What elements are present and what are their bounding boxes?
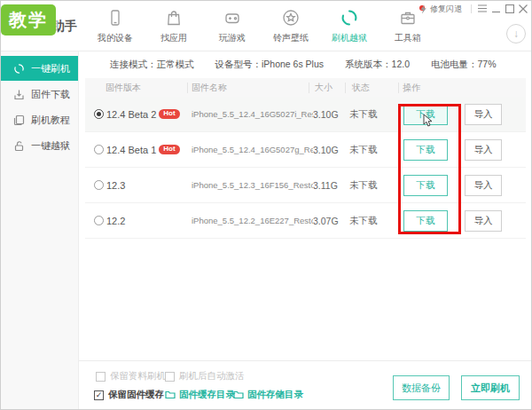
toolbar-item-games[interactable]: 玩游戏 bbox=[203, 7, 262, 44]
header-status: 状态 bbox=[345, 83, 398, 93]
sidebar: 一键刷机 固件下载 刷机教程 一键越狱 bbox=[1, 51, 79, 410]
radio-button[interactable] bbox=[94, 145, 104, 154]
sidebar-item-label: 一键刷机 bbox=[31, 62, 70, 75]
firmware-filename: iPhone_5.5_12.4_16G5027g_Restore.i... bbox=[192, 145, 313, 154]
radio-button[interactable] bbox=[94, 180, 104, 190]
download-button[interactable]: 下载 bbox=[403, 104, 448, 125]
firmware-row[interactable]: 12.4 Beta 1 Hot iPhone_5.5_12.4_16G5027g… bbox=[85, 132, 526, 168]
main-panel: 连接模式：正常模式 设备型号：iPhone 6s Plus 系统版本：12.0 … bbox=[79, 51, 532, 410]
import-button[interactable]: 导入 bbox=[465, 104, 502, 125]
storage-dir-link[interactable]: 固件存储目录 bbox=[233, 389, 303, 401]
status-label: 未下载 bbox=[349, 108, 403, 121]
connection-mode: 连接模式：正常模式 bbox=[110, 59, 194, 71]
fix-crash-label: 修复闪退 bbox=[430, 4, 462, 15]
download-manager-button[interactable]: ↓ bbox=[506, 24, 526, 43]
toolbar-item-label: 刷机越狱 bbox=[332, 32, 367, 44]
download-icon bbox=[12, 88, 25, 100]
lightning-icon bbox=[419, 4, 427, 14]
firmware-size: 3.11G bbox=[313, 180, 349, 191]
sidebar-item-one-key-flash[interactable]: 一键刷机 bbox=[1, 56, 78, 81]
toolbar-item-label: 工具箱 bbox=[395, 32, 421, 44]
flash-icon bbox=[12, 62, 25, 75]
checkbox-label: 保留固件缓存 bbox=[108, 389, 164, 401]
radio-button[interactable] bbox=[94, 109, 104, 119]
toolbar-item-label: 玩游戏 bbox=[219, 32, 246, 44]
firmware-row[interactable]: 12.4 Beta 2 Hot iPhone_5.5_12.4_16G5027i… bbox=[85, 97, 526, 132]
maximize-icon[interactable] bbox=[504, 3, 515, 14]
device-icon bbox=[105, 7, 126, 28]
dir-link-label: 固件存储目录 bbox=[247, 389, 303, 401]
import-button[interactable]: 导入 bbox=[465, 175, 502, 196]
firmware-table: 固件版本 固件名称 大小 状态 操作 12.4 Beta 2 Hot iPhon… bbox=[85, 78, 526, 239]
tutorial-icon bbox=[12, 114, 25, 126]
header-filename: 固件名称 bbox=[187, 83, 309, 93]
import-button[interactable]: 导入 bbox=[465, 210, 502, 232]
checkbox-unchecked-icon bbox=[165, 372, 175, 382]
firmware-row[interactable]: 12.2 iPhone_5.5_12.2_16E227_Restore.ipsw… bbox=[85, 203, 526, 239]
ringtone-icon bbox=[280, 7, 301, 28]
firmware-version: 12.2 bbox=[106, 216, 125, 226]
header-size: 大小 bbox=[309, 83, 345, 93]
download-button[interactable]: 下载 bbox=[403, 175, 448, 196]
firmware-version: 12.4 Beta 1 bbox=[106, 145, 156, 155]
down-arrow-icon: ↓ bbox=[513, 28, 519, 40]
toolbar-item-flash-jailbreak[interactable]: 刷机越狱 bbox=[320, 7, 379, 44]
firmware-size: 3.10G bbox=[313, 145, 349, 155]
appstore-icon bbox=[163, 7, 184, 28]
battery-level: 电池电量：77% bbox=[431, 59, 497, 71]
status-label: 未下载 bbox=[349, 179, 403, 192]
dir-link-label: 固件缓存目录 bbox=[179, 389, 235, 401]
toolbar-item-label: 找应用 bbox=[160, 32, 187, 44]
toolbar-item-label: 我的设备 bbox=[98, 32, 133, 44]
header-action: 操作 bbox=[398, 83, 526, 93]
toolbar-item-ringtones[interactable]: 铃声壁纸 bbox=[262, 7, 320, 44]
toolbox-icon bbox=[397, 7, 419, 28]
fix-crash-button[interactable]: 修复闪退 bbox=[419, 4, 462, 15]
checkbox-checked-icon: ✓ bbox=[94, 390, 104, 400]
cache-dir-link[interactable]: 固件缓存目录 bbox=[165, 389, 235, 401]
firmware-version: 12.4 Beta 2 bbox=[106, 109, 156, 120]
titlebar-divider bbox=[471, 4, 472, 13]
checkbox-unchecked-icon bbox=[96, 372, 106, 382]
toolbar-item-find-apps[interactable]: 找应用 bbox=[145, 7, 203, 44]
hot-badge: Hot bbox=[159, 109, 179, 119]
import-button[interactable]: 导入 bbox=[465, 139, 502, 161]
sidebar-item-label: 刷机教程 bbox=[31, 114, 70, 127]
radio-button[interactable] bbox=[94, 216, 104, 225]
toolbar-item-label: 铃声壁纸 bbox=[273, 32, 309, 44]
flash-jailbreak-icon bbox=[339, 7, 360, 28]
main-toolbar: 我的设备 找应用 玩游戏 铃声壁纸 bbox=[86, 7, 437, 44]
keep-data-checkbox[interactable]: 保留资料刷机 bbox=[96, 370, 166, 382]
folder-icon bbox=[233, 390, 244, 399]
folder-icon bbox=[165, 390, 176, 399]
sidebar-item-flash-tutorial[interactable]: 刷机教程 bbox=[1, 107, 78, 132]
check-glyph: ✓ bbox=[96, 390, 103, 399]
checkbox-label: 刷机后自动激活 bbox=[179, 370, 245, 382]
status-label: 未下载 bbox=[349, 215, 403, 227]
flash-now-button[interactable]: 立即刷机 bbox=[461, 375, 520, 400]
games-icon bbox=[222, 7, 243, 28]
firmware-version: 12.3 bbox=[106, 180, 125, 191]
firmware-filename: iPhone_5.5_12.2_16E227_Restore.ipsw bbox=[192, 216, 313, 225]
titlebar: 教学 助手 我的设备 找应用 玩游戏 bbox=[1, 1, 531, 51]
toolbar-item-my-device[interactable]: 我的设备 bbox=[86, 7, 145, 44]
sidebar-item-one-key-jailbreak[interactable]: 一键越狱 bbox=[1, 133, 78, 158]
download-button[interactable]: 下载 bbox=[403, 139, 448, 161]
firmware-row[interactable]: 12.3 iPhone_5.5_12.3_16F156_Restore.ipsw… bbox=[85, 168, 526, 203]
app-logo-text: 助手 bbox=[52, 19, 77, 35]
sidebar-item-firmware-download[interactable]: 固件下载 bbox=[1, 82, 78, 106]
data-backup-button[interactable]: 数据备份 bbox=[393, 375, 450, 400]
auto-activate-checkbox[interactable]: 刷机后自动激活 bbox=[165, 370, 245, 382]
close-icon[interactable] bbox=[517, 3, 528, 14]
footer-panel: 保留资料刷机 刷机后自动激活 ✓ 保留固件缓存 固件缓存目录 固件存储目录 数据… bbox=[79, 360, 532, 410]
download-button[interactable]: 下载 bbox=[403, 210, 448, 232]
device-info-bar: 连接模式：正常模式 设备型号：iPhone 6s Plus 系统版本：12.0 … bbox=[110, 51, 497, 78]
sidebar-item-label: 固件下载 bbox=[31, 88, 70, 101]
minimize-icon[interactable] bbox=[490, 3, 502, 14]
menu-icon[interactable] bbox=[476, 3, 488, 14]
table-header: 固件版本 固件名称 大小 状态 操作 bbox=[85, 78, 526, 97]
firmware-filename: iPhone_5.5_12.4_16G5027i_Restore.ip... bbox=[192, 109, 313, 119]
checkbox-label: 保留资料刷机 bbox=[110, 370, 166, 382]
keep-cache-checkbox[interactable]: ✓ 保留固件缓存 bbox=[94, 389, 164, 401]
firmware-filename: iPhone_5.5_12.3_16F156_Restore.ipsw bbox=[192, 180, 313, 190]
